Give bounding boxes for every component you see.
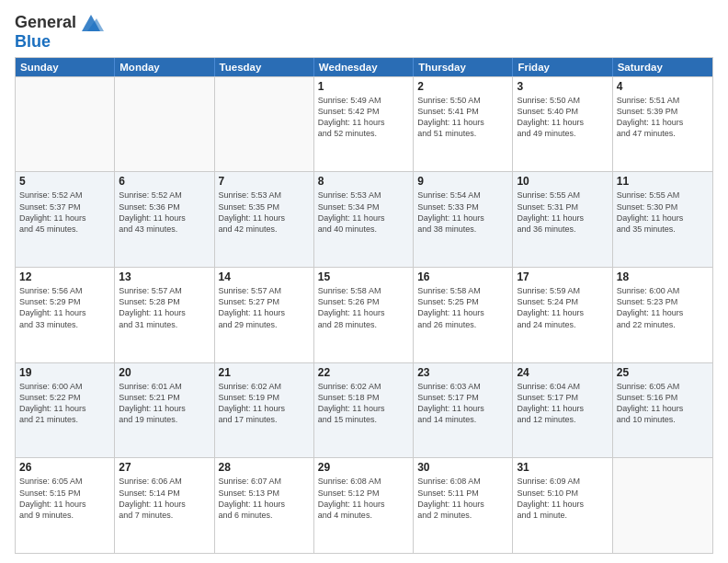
calendar-cell-day-16: 16Sunrise: 5:58 AM Sunset: 5:25 PM Dayli…	[414, 268, 513, 362]
day-info: Sunrise: 6:06 AM Sunset: 5:14 PM Dayligh…	[119, 476, 210, 521]
day-number: 25	[617, 366, 709, 379]
calendar-cell-day-11: 11Sunrise: 5:55 AM Sunset: 5:30 PM Dayli…	[613, 172, 712, 267]
day-info: Sunrise: 5:50 AM Sunset: 5:41 PM Dayligh…	[417, 95, 508, 140]
day-info: Sunrise: 5:50 AM Sunset: 5:40 PM Dayligh…	[517, 95, 608, 140]
day-info: Sunrise: 5:51 AM Sunset: 5:39 PM Dayligh…	[617, 95, 709, 140]
day-info: Sunrise: 5:53 AM Sunset: 5:34 PM Dayligh…	[318, 190, 409, 235]
day-info: Sunrise: 5:49 AM Sunset: 5:42 PM Dayligh…	[318, 95, 409, 140]
calendar-cell-day-15: 15Sunrise: 5:58 AM Sunset: 5:26 PM Dayli…	[314, 268, 414, 362]
day-number: 11	[617, 175, 709, 188]
calendar-cell-day-5: 5Sunrise: 5:52 AM Sunset: 5:37 PM Daylig…	[16, 172, 115, 267]
logo-icon	[78, 13, 104, 33]
calendar-cell-day-6: 6Sunrise: 5:52 AM Sunset: 5:36 PM Daylig…	[115, 172, 214, 267]
header-day-monday: Monday	[115, 58, 214, 76]
day-info: Sunrise: 6:08 AM Sunset: 5:11 PM Dayligh…	[417, 476, 508, 521]
day-info: Sunrise: 6:05 AM Sunset: 5:16 PM Dayligh…	[617, 381, 709, 426]
day-info: Sunrise: 6:02 AM Sunset: 5:18 PM Dayligh…	[318, 381, 409, 426]
day-number: 6	[119, 175, 210, 188]
calendar-body: 1Sunrise: 5:49 AM Sunset: 5:42 PM Daylig…	[16, 76, 712, 553]
day-number: 5	[19, 175, 110, 188]
day-number: 15	[318, 270, 409, 283]
day-number: 9	[417, 175, 508, 188]
day-number: 13	[119, 270, 210, 283]
day-info: Sunrise: 5:53 AM Sunset: 5:35 PM Dayligh…	[219, 190, 310, 235]
day-info: Sunrise: 6:02 AM Sunset: 5:19 PM Dayligh…	[219, 381, 310, 426]
day-number: 28	[219, 461, 310, 474]
calendar-row-3: 19Sunrise: 6:00 AM Sunset: 5:22 PM Dayli…	[16, 362, 712, 458]
calendar-cell-day-12: 12Sunrise: 5:56 AM Sunset: 5:29 PM Dayli…	[16, 268, 115, 362]
header: General Blue	[15, 9, 713, 52]
day-number: 16	[417, 270, 508, 283]
calendar-cell-day-23: 23Sunrise: 6:03 AM Sunset: 5:17 PM Dayli…	[414, 363, 513, 458]
day-number: 1	[318, 80, 409, 93]
day-info: Sunrise: 5:58 AM Sunset: 5:25 PM Dayligh…	[417, 285, 508, 330]
header-day-wednesday: Wednesday	[314, 58, 414, 76]
calendar-cell-empty-4-6	[613, 458, 712, 553]
day-info: Sunrise: 6:08 AM Sunset: 5:12 PM Dayligh…	[318, 476, 409, 521]
logo-text-blue: Blue	[15, 33, 104, 52]
day-number: 19	[19, 366, 110, 379]
calendar-cell-day-7: 7Sunrise: 5:53 AM Sunset: 5:35 PM Daylig…	[215, 172, 314, 267]
header-day-sunday: Sunday	[16, 58, 115, 76]
day-info: Sunrise: 5:56 AM Sunset: 5:29 PM Dayligh…	[19, 285, 110, 330]
day-number: 18	[617, 270, 709, 283]
calendar-cell-day-24: 24Sunrise: 6:04 AM Sunset: 5:17 PM Dayli…	[513, 363, 612, 458]
day-number: 27	[119, 461, 210, 474]
day-info: Sunrise: 6:07 AM Sunset: 5:13 PM Dayligh…	[219, 476, 310, 521]
header-day-tuesday: Tuesday	[215, 58, 314, 76]
calendar: SundayMondayTuesdayWednesdayThursdayFrid…	[15, 57, 713, 554]
calendar-cell-day-31: 31Sunrise: 6:09 AM Sunset: 5:10 PM Dayli…	[513, 458, 612, 553]
calendar-row-4: 26Sunrise: 6:05 AM Sunset: 5:15 PM Dayli…	[16, 457, 712, 553]
header-day-thursday: Thursday	[414, 58, 513, 76]
calendar-cell-empty-0-0	[16, 77, 115, 172]
calendar-cell-day-27: 27Sunrise: 6:06 AM Sunset: 5:14 PM Dayli…	[115, 458, 214, 553]
day-info: Sunrise: 5:52 AM Sunset: 5:37 PM Dayligh…	[19, 190, 110, 235]
day-number: 20	[119, 366, 210, 379]
day-info: Sunrise: 5:55 AM Sunset: 5:31 PM Dayligh…	[517, 190, 608, 235]
day-number: 12	[19, 270, 110, 283]
day-info: Sunrise: 5:52 AM Sunset: 5:36 PM Dayligh…	[119, 190, 210, 235]
day-info: Sunrise: 5:55 AM Sunset: 5:30 PM Dayligh…	[617, 190, 709, 235]
calendar-cell-day-3: 3Sunrise: 5:50 AM Sunset: 5:40 PM Daylig…	[513, 77, 612, 172]
calendar-cell-day-8: 8Sunrise: 5:53 AM Sunset: 5:34 PM Daylig…	[314, 172, 414, 267]
day-number: 8	[318, 175, 409, 188]
calendar-cell-day-1: 1Sunrise: 5:49 AM Sunset: 5:42 PM Daylig…	[314, 77, 414, 172]
day-number: 21	[219, 366, 310, 379]
calendar-cell-day-22: 22Sunrise: 6:02 AM Sunset: 5:18 PM Dayli…	[314, 363, 414, 458]
day-info: Sunrise: 5:57 AM Sunset: 5:28 PM Dayligh…	[119, 285, 210, 330]
calendar-cell-day-17: 17Sunrise: 5:59 AM Sunset: 5:24 PM Dayli…	[513, 268, 612, 362]
calendar-cell-day-14: 14Sunrise: 5:57 AM Sunset: 5:27 PM Dayli…	[215, 268, 314, 362]
day-number: 7	[219, 175, 310, 188]
day-number: 30	[417, 461, 508, 474]
calendar-row-0: 1Sunrise: 5:49 AM Sunset: 5:42 PM Daylig…	[16, 76, 712, 172]
day-number: 24	[517, 366, 608, 379]
calendar-row-2: 12Sunrise: 5:56 AM Sunset: 5:29 PM Dayli…	[16, 267, 712, 362]
logo-text-general: General	[15, 14, 76, 32]
day-number: 10	[517, 175, 608, 188]
calendar-cell-day-2: 2Sunrise: 5:50 AM Sunset: 5:41 PM Daylig…	[414, 77, 513, 172]
header-day-saturday: Saturday	[613, 58, 712, 76]
day-number: 23	[417, 366, 508, 379]
day-number: 14	[219, 270, 310, 283]
calendar-cell-day-26: 26Sunrise: 6:05 AM Sunset: 5:15 PM Dayli…	[16, 458, 115, 553]
calendar-cell-day-28: 28Sunrise: 6:07 AM Sunset: 5:13 PM Dayli…	[215, 458, 314, 553]
day-info: Sunrise: 5:58 AM Sunset: 5:26 PM Dayligh…	[318, 285, 409, 330]
logo: General Blue	[15, 13, 104, 52]
day-number: 17	[517, 270, 608, 283]
day-info: Sunrise: 6:01 AM Sunset: 5:21 PM Dayligh…	[119, 381, 210, 426]
calendar-cell-day-18: 18Sunrise: 6:00 AM Sunset: 5:23 PM Dayli…	[613, 268, 712, 362]
header-day-friday: Friday	[513, 58, 612, 76]
day-number: 4	[617, 80, 709, 93]
day-number: 31	[517, 461, 608, 474]
day-info: Sunrise: 6:04 AM Sunset: 5:17 PM Dayligh…	[517, 381, 608, 426]
calendar-cell-day-19: 19Sunrise: 6:00 AM Sunset: 5:22 PM Dayli…	[16, 363, 115, 458]
calendar-cell-day-20: 20Sunrise: 6:01 AM Sunset: 5:21 PM Dayli…	[115, 363, 214, 458]
calendar-cell-empty-0-1	[115, 77, 214, 172]
day-info: Sunrise: 6:03 AM Sunset: 5:17 PM Dayligh…	[417, 381, 508, 426]
calendar-cell-day-13: 13Sunrise: 5:57 AM Sunset: 5:28 PM Dayli…	[115, 268, 214, 362]
calendar-cell-day-25: 25Sunrise: 6:05 AM Sunset: 5:16 PM Dayli…	[613, 363, 712, 458]
calendar-cell-empty-0-2	[215, 77, 314, 172]
day-info: Sunrise: 6:05 AM Sunset: 5:15 PM Dayligh…	[19, 476, 110, 521]
day-number: 22	[318, 366, 409, 379]
calendar-cell-day-29: 29Sunrise: 6:08 AM Sunset: 5:12 PM Dayli…	[314, 458, 414, 553]
